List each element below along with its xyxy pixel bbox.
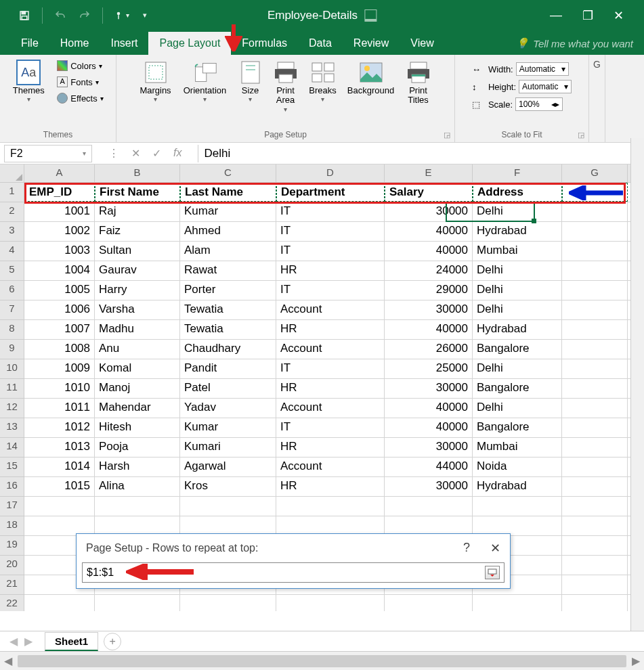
cell[interactable]: Account bbox=[276, 340, 385, 359]
cell[interactable]: Varsha bbox=[95, 300, 180, 319]
row-header[interactable]: 16 bbox=[0, 477, 24, 497]
cell[interactable]: Gaurav bbox=[95, 261, 180, 280]
touch-mode-icon[interactable]: ▾ bbox=[110, 5, 131, 26]
cell[interactable] bbox=[180, 516, 276, 535]
cell[interactable]: Kros bbox=[180, 477, 276, 496]
row-header[interactable]: 3 bbox=[0, 222, 24, 242]
cell[interactable]: Hydrabad bbox=[473, 477, 562, 496]
cell[interactable] bbox=[562, 242, 628, 261]
colors-button[interactable]: Colors ▾ bbox=[53, 58, 108, 74]
row-header[interactable]: 8 bbox=[0, 320, 24, 340]
cell[interactable]: Account bbox=[276, 399, 385, 418]
tab-home[interactable]: Home bbox=[49, 32, 100, 55]
cell[interactable]: Noida bbox=[473, 457, 562, 476]
print-titles-button[interactable]: Print Titles bbox=[401, 58, 436, 108]
cell[interactable] bbox=[562, 595, 628, 611]
cell[interactable]: Tewatia bbox=[180, 300, 276, 319]
row-header[interactable]: 17 bbox=[0, 497, 24, 516]
print-area-button[interactable]: Print Area▾ bbox=[268, 58, 303, 116]
col-header[interactable]: B bbox=[95, 164, 180, 182]
close-button[interactable]: ✕ bbox=[614, 8, 624, 23]
scale-launcher-icon[interactable]: ◲ bbox=[578, 131, 584, 139]
redo-icon[interactable] bbox=[74, 5, 95, 26]
cell[interactable] bbox=[562, 261, 628, 280]
tab-file[interactable]: File bbox=[10, 32, 49, 55]
sheet-nav-prev[interactable]: ◀ bbox=[9, 635, 18, 648]
size-button[interactable]: Size▾ bbox=[234, 58, 267, 106]
breaks-button[interactable]: Breaks▾ bbox=[305, 58, 341, 106]
row-header[interactable]: 18 bbox=[0, 516, 24, 536]
width-field[interactable]: Automatic▾ bbox=[516, 62, 569, 76]
cell[interactable] bbox=[562, 399, 628, 418]
row-header[interactable]: 19 bbox=[0, 536, 24, 556]
dialog-help-button[interactable]: ? bbox=[463, 541, 470, 556]
cell[interactable]: HR bbox=[276, 320, 385, 339]
cell[interactable]: 1007 bbox=[24, 320, 95, 339]
effects-button[interactable]: Effects ▾ bbox=[53, 90, 108, 106]
cell[interactable]: 1004 bbox=[24, 261, 95, 280]
cell[interactable] bbox=[24, 595, 95, 611]
sheet-tab[interactable]: Sheet1 bbox=[45, 632, 98, 651]
vertical-scrollbar[interactable] bbox=[630, 138, 644, 631]
cell[interactable]: Ahmed bbox=[180, 222, 276, 241]
cell[interactable]: Mahendar bbox=[95, 399, 180, 418]
cell[interactable] bbox=[24, 516, 95, 535]
cell[interactable]: 1001 bbox=[24, 202, 95, 221]
cell[interactable]: IT bbox=[276, 359, 385, 378]
cell[interactable] bbox=[95, 497, 180, 516]
cell[interactable] bbox=[562, 340, 628, 359]
background-button[interactable]: Background bbox=[343, 58, 400, 98]
cell[interactable]: Delhi bbox=[473, 300, 562, 319]
row-header[interactable]: 9 bbox=[0, 340, 24, 359]
cell[interactable]: Delhi bbox=[473, 399, 562, 418]
cancel-icon[interactable]: ✕ bbox=[131, 147, 140, 160]
cell[interactable]: 1008 bbox=[24, 340, 95, 359]
cell[interactable]: Harry bbox=[95, 281, 180, 300]
cell[interactable]: 29000 bbox=[385, 281, 473, 300]
cell[interactable]: Tewatia bbox=[180, 320, 276, 339]
scale-field[interactable]: 100%◂▸ bbox=[515, 97, 563, 111]
cell[interactable]: 1010 bbox=[24, 379, 95, 398]
cell[interactable]: HR bbox=[276, 261, 385, 280]
collapse-dialog-icon[interactable] bbox=[485, 566, 500, 579]
cell[interactable] bbox=[562, 359, 628, 378]
cell[interactable]: 1005 bbox=[24, 281, 95, 300]
cell[interactable]: Madhu bbox=[95, 320, 180, 339]
cell[interactable]: 1011 bbox=[24, 399, 95, 418]
undo-icon[interactable] bbox=[49, 5, 71, 26]
cell[interactable] bbox=[562, 418, 628, 437]
cell[interactable]: 25000 bbox=[385, 359, 473, 378]
cell[interactable]: Mumbai bbox=[473, 242, 562, 261]
save-icon[interactable] bbox=[14, 5, 35, 26]
select-all-corner[interactable] bbox=[0, 164, 24, 183]
cell[interactable] bbox=[24, 497, 95, 516]
cell[interactable]: Bangalore bbox=[473, 379, 562, 398]
cell[interactable]: Account bbox=[276, 457, 385, 476]
cell[interactable] bbox=[562, 300, 628, 319]
cell[interactable] bbox=[385, 595, 473, 611]
cell[interactable] bbox=[562, 222, 628, 241]
row-header[interactable]: 22 bbox=[0, 595, 24, 611]
cell[interactable] bbox=[562, 281, 628, 300]
row-header[interactable]: 12 bbox=[0, 399, 24, 418]
cell[interactable]: Account bbox=[276, 300, 385, 319]
cell[interactable]: 30000 bbox=[385, 438, 473, 457]
cell[interactable]: IT bbox=[276, 242, 385, 261]
cell[interactable]: IT bbox=[276, 418, 385, 437]
col-header[interactable]: D bbox=[276, 164, 385, 182]
cell[interactable]: Manoj bbox=[95, 379, 180, 398]
cell[interactable] bbox=[562, 497, 628, 516]
height-field[interactable]: Automatic▾ bbox=[519, 80, 572, 93]
dialog-close-button[interactable]: ✕ bbox=[490, 541, 500, 556]
cell[interactable]: 1009 bbox=[24, 359, 95, 378]
cell[interactable]: Kumari bbox=[180, 438, 276, 457]
row-header[interactable]: 20 bbox=[0, 556, 24, 575]
enter-icon[interactable]: ✓ bbox=[152, 147, 161, 160]
cell[interactable] bbox=[562, 556, 628, 575]
row-header[interactable]: 1 bbox=[0, 183, 24, 202]
row-header[interactable]: 4 bbox=[0, 242, 24, 261]
cell[interactable] bbox=[562, 477, 628, 496]
col-header[interactable]: E bbox=[385, 164, 473, 182]
cell[interactable]: 40000 bbox=[385, 242, 473, 261]
cell[interactable]: Address bbox=[473, 183, 562, 202]
